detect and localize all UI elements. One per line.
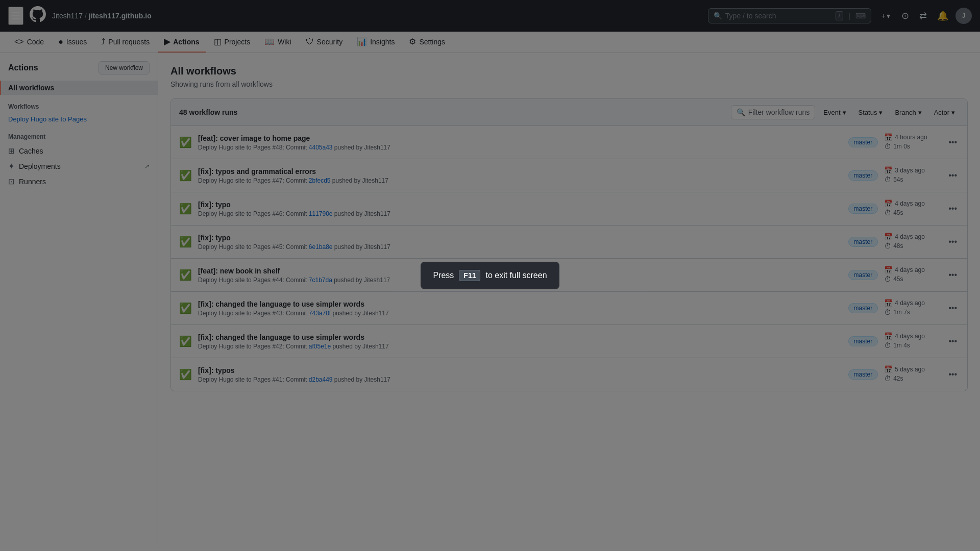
press-label: Press [433,271,454,280]
fullscreen-toast: Press F11 to exit full screen [421,262,559,289]
fullscreen-overlay: Press F11 to exit full screen [0,0,980,549]
f11-key: F11 [459,270,480,281]
exit-message: to exit full screen [485,271,547,280]
